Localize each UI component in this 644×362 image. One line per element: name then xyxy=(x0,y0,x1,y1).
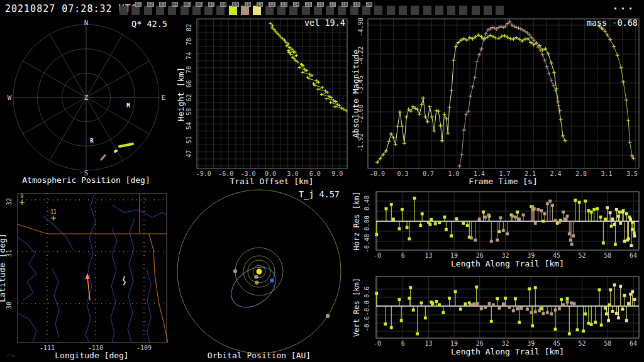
y-tick: -4.98 xyxy=(357,18,364,36)
camera-slot-16[interactable]: 16 xyxy=(314,6,322,15)
app-window: 20210827 07:28:32 UTC 010203040506070809… xyxy=(0,0,644,362)
camera-slot-13[interactable]: 13 xyxy=(277,6,286,15)
camera-slot-07[interactable]: 07 xyxy=(204,6,213,15)
station-11-residual-marker xyxy=(615,312,618,315)
y-tick: 0.6 xyxy=(364,287,370,298)
x-tick: 39 xyxy=(527,252,535,259)
station-11-lightcurve-point xyxy=(625,98,628,102)
compass-n: N xyxy=(84,19,89,27)
camera-slot-04[interactable]: 04 xyxy=(168,6,176,15)
y-tick: 32 xyxy=(6,198,13,206)
orbital-position-panel[interactable]: T_j 4.57Orbital Position [AU] xyxy=(174,186,345,362)
station-11-residual-marker xyxy=(611,310,614,313)
station-11-lightcurve-line xyxy=(599,26,633,158)
camera-slot-15[interactable]: 15 xyxy=(302,6,310,15)
camera-slot-19[interactable]: 19 xyxy=(350,6,358,15)
station-09-residual-marker xyxy=(401,208,404,211)
x-tick: -0.0 xyxy=(370,170,385,177)
y-axis-label: Vert Res [km] xyxy=(352,278,361,337)
planet-earth xyxy=(270,278,274,282)
station-09-residual-marker xyxy=(576,328,579,331)
camera-slot-empty[interactable] xyxy=(435,6,443,15)
x-tick: 64 xyxy=(630,340,637,347)
light-curve-panel[interactable]: -0.00.30.71.01.41.72.12.42.83.13.5-4.98-… xyxy=(352,18,644,186)
camera-slot-empty[interactable] xyxy=(387,6,395,15)
camera-slot-02[interactable]: 02 xyxy=(144,6,152,15)
camera-slot-12[interactable]: 12 xyxy=(265,6,274,15)
station-10-residual-marker xyxy=(499,216,502,219)
camera-slot-number: 20 xyxy=(366,2,372,7)
station-09-lightcurve-point xyxy=(398,110,402,114)
camera-slot-06[interactable]: 06 xyxy=(192,6,201,15)
station-10-residual-marker xyxy=(502,302,505,305)
camera-slot-empty[interactable] xyxy=(411,6,419,15)
camera-slot-empty[interactable] xyxy=(447,6,455,15)
station-09-residual-marker xyxy=(464,302,467,305)
x-tick: 45 xyxy=(553,340,560,347)
planet-mars xyxy=(233,269,237,273)
ground-track-map-panel[interactable]: 911-111-110-109323130Latitude [deg]Longi… xyxy=(0,186,174,362)
atmospheric-position-panel[interactable]: NESWZMRQ* 42.5Atmospheric Position [deg] xyxy=(0,18,174,186)
camera-slot-empty[interactable] xyxy=(496,6,504,15)
camera-slot-18[interactable]: 18 xyxy=(338,6,346,15)
polar-grid-spoke xyxy=(86,35,123,97)
station-11-residual-marker xyxy=(629,217,632,221)
polar-grid-spoke xyxy=(23,97,86,134)
y-tick: -0.48 xyxy=(364,234,370,253)
camera-slot-empty[interactable] xyxy=(399,6,407,15)
x-axis-label: Longitude [deg] xyxy=(55,351,128,360)
station-09-residual-marker xyxy=(554,328,557,331)
station-11-residual-marker xyxy=(627,238,630,241)
camera-slot-empty[interactable] xyxy=(119,6,128,15)
station-09-residual-marker xyxy=(596,207,599,211)
station-09-residual-marker xyxy=(443,216,446,219)
overflow-menu-ellipsis[interactable]: ... xyxy=(613,1,635,12)
x-tick: 1.0 xyxy=(448,170,459,177)
station-10-residual-marker xyxy=(551,204,554,207)
camera-slot-14[interactable]: 14 xyxy=(289,6,297,15)
camera-slot-03[interactable]: 03 xyxy=(156,6,164,15)
station-09-lightcurve-point xyxy=(561,134,565,138)
station-11-residual-marker xyxy=(631,221,634,224)
station-10-residual-marker xyxy=(572,234,575,238)
camera-slot-empty[interactable] xyxy=(374,6,382,15)
camera-slot-17[interactable]: 17 xyxy=(326,6,334,15)
camera-slot-empty[interactable] xyxy=(472,6,480,15)
station-10-residual-marker xyxy=(487,214,490,217)
station-10-residual-marker xyxy=(566,300,569,304)
camera-slot-09[interactable]: 09 xyxy=(229,6,237,15)
station-09-residual-marker xyxy=(516,211,519,214)
camera-slot-08[interactable]: 08 xyxy=(216,6,225,15)
station-09-residual-marker xyxy=(416,332,419,336)
camera-slot-number: 01 xyxy=(135,2,142,7)
camera-slot-empty[interactable] xyxy=(423,6,431,15)
camera-slot-20[interactable]: 20 xyxy=(362,6,370,15)
x-tick: 6 xyxy=(401,340,405,347)
camera-slot-empty[interactable] xyxy=(459,6,467,15)
horz-res-panel[interactable]: -061319263239455258640.480.00-0.48Horz R… xyxy=(352,186,644,272)
x-axis-label: Frame Time [s] xyxy=(469,177,538,186)
station-10-lightcurve-point xyxy=(460,153,464,156)
station-09-residual-marker xyxy=(584,312,587,315)
station-10-residual-marker xyxy=(536,208,540,211)
camera-slot-11[interactable]: 11 xyxy=(253,6,261,15)
station-09-residual-marker xyxy=(390,326,393,329)
x-tick: 39 xyxy=(527,340,535,347)
station-11-residual-marker xyxy=(611,217,614,221)
camera-slot-05[interactable]: 05 xyxy=(180,6,189,15)
station-label-9: 9 xyxy=(21,194,24,199)
camera-slot-number: 06 xyxy=(196,2,202,7)
station-09-residual-marker xyxy=(633,231,636,234)
camera-slot-01[interactable]: 01 xyxy=(131,6,140,15)
station-09-lightcurve-point xyxy=(445,117,448,121)
camera-slot-empty[interactable] xyxy=(484,6,492,15)
station-09-lightcurve-point xyxy=(404,115,408,119)
camera-slot-10[interactable]: 10 xyxy=(241,6,249,15)
station-09-residual-marker xyxy=(482,211,485,214)
station-09-residual-marker xyxy=(504,297,507,300)
station-09-residual-marker xyxy=(475,285,478,288)
height-profile-panel[interactable]: -9.0-6.0-3.00.03.06.09.08278747066625854… xyxy=(176,18,352,186)
compass-e: E xyxy=(162,94,166,102)
station-11-residual-marker xyxy=(625,212,628,216)
vert-res-panel[interactable]: -061319263239455258640.6-0.0-0.6Vert Res… xyxy=(352,272,644,362)
